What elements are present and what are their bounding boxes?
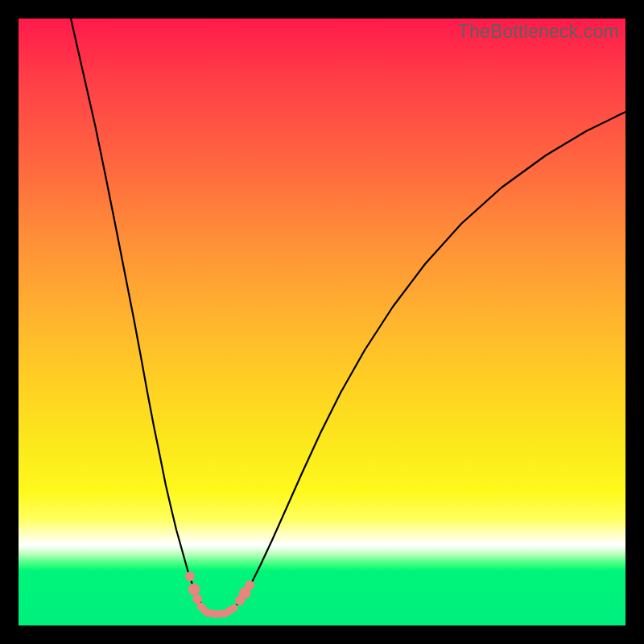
marker-path <box>200 606 234 614</box>
marker-dot <box>193 595 202 604</box>
bottleneck-chart <box>19 19 625 625</box>
marker-group <box>186 572 254 605</box>
chart-frame: TheBottleneck.com <box>19 19 625 625</box>
marker-dot <box>236 597 245 605</box>
watermark-text: TheBottleneck.com <box>458 21 619 43</box>
marker-dot <box>186 572 195 581</box>
curve-path <box>71 19 625 614</box>
marker-dot <box>239 588 250 599</box>
marker-dot <box>188 584 200 595</box>
marker-dot <box>246 581 254 590</box>
